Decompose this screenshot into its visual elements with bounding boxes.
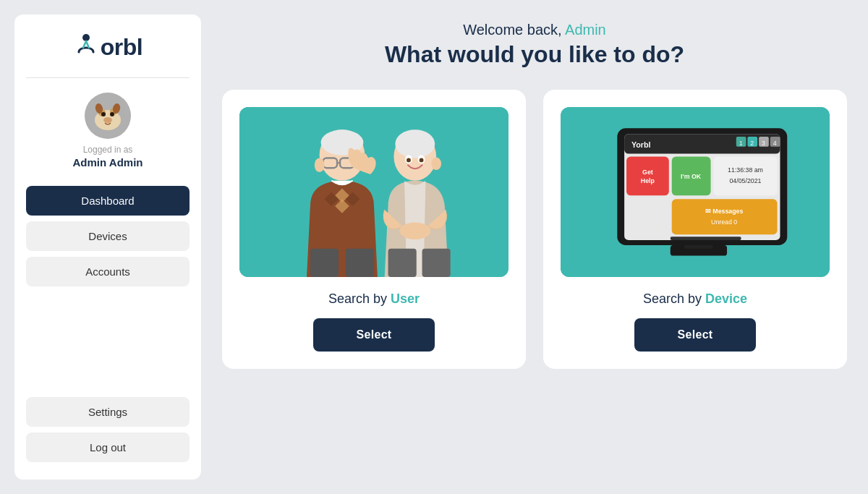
user-select-button[interactable]: Select (313, 318, 435, 352)
svg-rect-48 (626, 157, 669, 196)
main-content: Welcome back, Admin What would you like … (216, 14, 854, 480)
svg-point-0 (82, 34, 90, 41)
svg-text:1: 1 (739, 140, 743, 147)
svg-rect-31 (388, 249, 417, 277)
sidebar: orbl Logged in as Admin Ad (14, 14, 201, 480)
welcome-title: What would you like to do? (385, 41, 684, 68)
svg-text:4: 4 (773, 140, 777, 147)
svg-rect-30 (346, 249, 374, 277)
user-card: Search by User Select (222, 90, 526, 369)
device-card: Yorbl 1 2 3 4 Get Help (543, 90, 847, 369)
svg-point-7 (103, 117, 112, 123)
avatar (85, 93, 131, 139)
svg-point-28 (399, 223, 430, 239)
device-card-label: Search by Device (643, 291, 747, 307)
svg-rect-56 (672, 199, 778, 234)
svg-text:Yorbl: Yorbl (631, 140, 651, 149)
device-select-button[interactable]: Select (634, 318, 757, 352)
logo-icon (73, 32, 99, 63)
svg-text:✉ Messages: ✉ Messages (705, 208, 744, 215)
welcome-section: Welcome back, Admin What would you like … (385, 14, 684, 68)
svg-text:11:36:38 am: 11:36:38 am (728, 166, 763, 174)
nav-accounts[interactable]: Accounts (26, 257, 190, 286)
svg-point-6 (110, 112, 114, 116)
logged-in-label: Logged in as (83, 145, 133, 155)
svg-point-16 (315, 158, 325, 172)
svg-rect-29 (310, 249, 339, 277)
svg-point-5 (101, 112, 106, 116)
nav-bottom: Settings Log out (26, 383, 190, 462)
svg-point-25 (407, 158, 411, 162)
logo-area: orbl (26, 32, 190, 78)
svg-text:2: 2 (750, 140, 754, 147)
svg-rect-59 (671, 237, 741, 240)
svg-point-26 (420, 158, 424, 162)
admin-name: Admin Admin (73, 156, 143, 169)
nav-devices[interactable]: Devices (26, 221, 190, 251)
user-card-image (239, 107, 509, 277)
avatar-section: Logged in as Admin Admin (73, 93, 143, 169)
nav-section: Dashboard Devices Accounts (26, 186, 190, 383)
app-container: orbl Logged in as Admin Ad (14, 14, 854, 480)
nav-dashboard[interactable]: Dashboard (26, 186, 190, 216)
user-card-label: Search by User (328, 291, 420, 307)
svg-rect-53 (713, 157, 777, 196)
svg-text:Help: Help (641, 177, 655, 184)
svg-text:Unread 0: Unread 0 (711, 218, 737, 226)
nav-settings[interactable]: Settings (26, 397, 190, 427)
svg-point-22 (395, 129, 435, 158)
svg-text:3: 3 (762, 140, 765, 147)
svg-rect-32 (422, 249, 451, 277)
cards-row: Search by User Select (216, 90, 854, 369)
nav-logout[interactable]: Log out (26, 433, 190, 462)
logo-text: orbl (101, 34, 142, 61)
svg-text:Get: Get (642, 169, 653, 176)
svg-text:04/05/2021: 04/05/2021 (729, 177, 761, 184)
device-card-image: Yorbl 1 2 3 4 Get Help (561, 107, 830, 277)
svg-text:I'm OK: I'm OK (681, 173, 702, 180)
svg-point-27 (431, 158, 441, 171)
welcome-subtitle: Welcome back, Admin (385, 22, 684, 38)
